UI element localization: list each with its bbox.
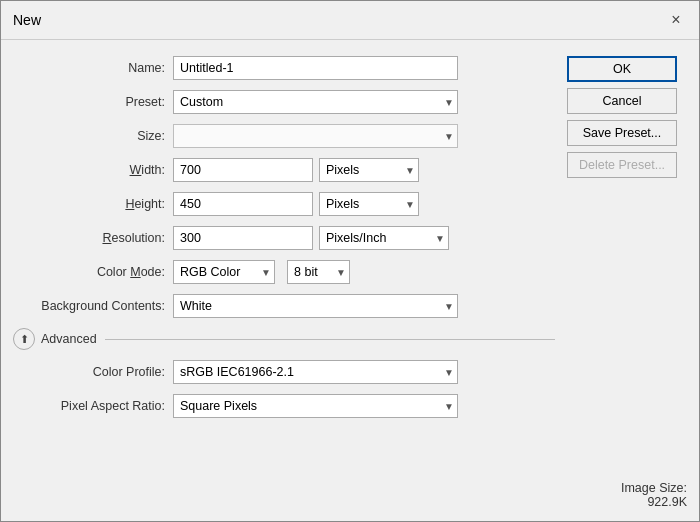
advanced-section: ⬆ Advanced bbox=[13, 328, 555, 350]
color-profile-row: Color Profile: sRGB IEC61966-2.1 Adobe R… bbox=[13, 360, 555, 384]
pixel-aspect-row: Pixel Aspect Ratio: Square Pixels D1/DV … bbox=[13, 394, 555, 418]
width-row: Width: Pixels Inches Centimeters Millime… bbox=[13, 158, 555, 182]
advanced-toggle-button[interactable]: ⬆ bbox=[13, 328, 35, 350]
bg-contents-label: Background Contents: bbox=[13, 299, 173, 313]
resolution-unit-select[interactable]: Pixels/Inch Pixels/Centimeter bbox=[319, 226, 449, 250]
color-bit-select[interactable]: 8 bit 16 bit 32 bit bbox=[287, 260, 350, 284]
width-input[interactable] bbox=[173, 158, 313, 182]
name-row: Name: bbox=[13, 56, 555, 80]
new-dialog: New × Name: Preset: Custom Def bbox=[0, 0, 700, 522]
resolution-label: Resolution: bbox=[13, 231, 173, 245]
cancel-button[interactable]: Cancel bbox=[567, 88, 677, 114]
height-input[interactable] bbox=[173, 192, 313, 216]
dialog-body: Name: Preset: Custom Default Photoshop S… bbox=[1, 40, 699, 521]
size-select[interactable] bbox=[173, 124, 458, 148]
advanced-divider-line bbox=[105, 339, 555, 340]
color-profile-select[interactable]: sRGB IEC61966-2.1 Adobe RGB (1998) ProPh… bbox=[173, 360, 458, 384]
bg-contents-select-wrapper: White Background Color Transparent ▼ bbox=[173, 294, 458, 318]
height-row: Height: Pixels Inches Centimeters Millim… bbox=[13, 192, 555, 216]
size-row: Size: ▼ bbox=[13, 124, 555, 148]
preset-row: Preset: Custom Default Photoshop Size Le… bbox=[13, 90, 555, 114]
dialog-title: New bbox=[13, 12, 41, 28]
color-mode-row: Color Mode: Bitmap Grayscale RGB Color C… bbox=[13, 260, 555, 284]
color-profile-select-wrapper: sRGB IEC61966-2.1 Adobe RGB (1998) ProPh… bbox=[173, 360, 458, 384]
save-preset-button[interactable]: Save Preset... bbox=[567, 120, 677, 146]
color-mode-select-wrapper: Bitmap Grayscale RGB Color CMYK Color La… bbox=[173, 260, 275, 284]
preset-select[interactable]: Custom Default Photoshop Size Letter Leg… bbox=[173, 90, 458, 114]
name-input[interactable] bbox=[173, 56, 458, 80]
bg-contents-select[interactable]: White Background Color Transparent bbox=[173, 294, 458, 318]
buttons-area: OK Cancel Save Preset... Delete Preset..… bbox=[567, 56, 687, 509]
form-area: Name: Preset: Custom Default Photoshop S… bbox=[13, 56, 555, 509]
size-select-wrapper: ▼ bbox=[173, 124, 458, 148]
pixel-aspect-select[interactable]: Square Pixels D1/DV NTSC (0.9) D1/DV PAL… bbox=[173, 394, 458, 418]
resolution-unit-wrapper: Pixels/Inch Pixels/Centimeter ▼ bbox=[319, 226, 449, 250]
delete-preset-button[interactable]: Delete Preset... bbox=[567, 152, 677, 178]
width-unit-wrapper: Pixels Inches Centimeters Millimeters Po… bbox=[319, 158, 419, 182]
advanced-label: Advanced bbox=[41, 332, 97, 346]
size-label: Size: bbox=[13, 129, 173, 143]
preset-label: Preset: bbox=[13, 95, 173, 109]
color-mode-select[interactable]: Bitmap Grayscale RGB Color CMYK Color La… bbox=[173, 260, 275, 284]
color-profile-label: Color Profile: bbox=[13, 365, 173, 379]
image-size-value: 922.9K bbox=[567, 495, 687, 509]
preset-select-wrapper: Custom Default Photoshop Size Letter Leg… bbox=[173, 90, 458, 114]
height-unit-wrapper: Pixels Inches Centimeters Millimeters Po… bbox=[319, 192, 419, 216]
width-unit-select[interactable]: Pixels Inches Centimeters Millimeters Po… bbox=[319, 158, 419, 182]
name-label: Name: bbox=[13, 61, 173, 75]
title-bar: New × bbox=[1, 1, 699, 40]
height-label: Height: bbox=[13, 197, 173, 211]
color-bit-wrapper: 8 bit 16 bit 32 bit ▼ bbox=[287, 260, 350, 284]
resolution-row: Resolution: Pixels/Inch Pixels/Centimete… bbox=[13, 226, 555, 250]
pixel-aspect-select-wrapper: Square Pixels D1/DV NTSC (0.9) D1/DV PAL… bbox=[173, 394, 458, 418]
width-label: Width: bbox=[13, 163, 173, 177]
image-size-label: Image Size: bbox=[567, 481, 687, 495]
ok-button[interactable]: OK bbox=[567, 56, 677, 82]
resolution-input[interactable] bbox=[173, 226, 313, 250]
height-unit-select[interactable]: Pixels Inches Centimeters Millimeters Po… bbox=[319, 192, 419, 216]
close-button[interactable]: × bbox=[665, 9, 687, 31]
bg-contents-row: Background Contents: White Background Co… bbox=[13, 294, 555, 318]
image-info: Image Size: 922.9K bbox=[567, 471, 687, 509]
color-mode-label: Color Mode: bbox=[13, 265, 173, 279]
pixel-aspect-label: Pixel Aspect Ratio: bbox=[13, 399, 173, 413]
